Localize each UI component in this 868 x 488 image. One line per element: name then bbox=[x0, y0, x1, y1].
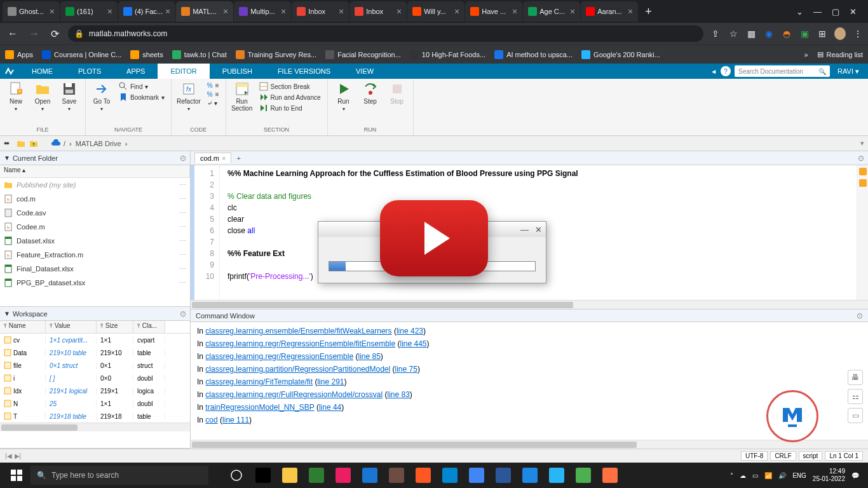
bookmark-item[interactable]: Facial Recognition... bbox=[325, 50, 401, 59]
browser-tab[interactable]: (161)× bbox=[60, 1, 118, 22]
warning-icon[interactable] bbox=[859, 179, 867, 187]
close-dialog-button[interactable]: ✕ bbox=[535, 225, 542, 234]
editor-file-tab[interactable]: cod.m × bbox=[194, 152, 231, 163]
taskbar-app-icon[interactable] bbox=[277, 465, 302, 485]
toolstrip-tab[interactable]: APPS bbox=[114, 64, 158, 79]
file-menu-icon[interactable]: ⋯ bbox=[179, 209, 186, 217]
close-tab-icon[interactable]: × bbox=[50, 6, 55, 17]
close-tab-icon[interactable]: × bbox=[628, 6, 633, 17]
browser-tab[interactable]: Have ...× bbox=[465, 1, 522, 22]
bookmark-item[interactable]: Training Survey Res... bbox=[236, 50, 316, 59]
tray-meet-icon[interactable]: ▭ bbox=[752, 472, 758, 479]
profile-avatar[interactable] bbox=[834, 28, 846, 39]
taskbar-app-icon[interactable] bbox=[597, 465, 623, 485]
channel-watermark[interactable] bbox=[766, 390, 818, 442]
browser-tab[interactable]: MATL...× bbox=[176, 1, 233, 22]
run-to-end-button[interactable]: Run to End bbox=[258, 103, 322, 113]
file-row[interactable]: fxFeature_Extraction.m⋯ bbox=[0, 248, 190, 262]
close-window-button[interactable]: ✕ bbox=[850, 7, 857, 17]
file-menu-icon[interactable]: ⋯ bbox=[179, 279, 186, 287]
cloud-icon[interactable] bbox=[51, 139, 60, 148]
browser-tab[interactable]: Inbox× bbox=[349, 1, 407, 22]
run-advance-button[interactable]: Run and Advance bbox=[258, 92, 322, 102]
browser-tab[interactable]: Ghost...× bbox=[3, 1, 60, 22]
ext-icon-1[interactable]: ◉ bbox=[763, 28, 775, 39]
url-input[interactable]: 🔒 matlab.mathworks.com bbox=[68, 25, 703, 42]
toolstrip-tab[interactable]: EDITOR bbox=[158, 64, 209, 79]
stack-link[interactable]: classreg.learning.regr/RegressionEnsembl… bbox=[205, 352, 353, 361]
status-next-icon[interactable]: ▶| bbox=[15, 452, 22, 459]
workspace-row[interactable]: Data219×10 table219×10table bbox=[0, 346, 190, 359]
menu-button[interactable]: ⋮ bbox=[852, 28, 864, 39]
code-indent-icon[interactable]: % ≡ bbox=[206, 81, 220, 90]
bookmark-item[interactable]: 10 High-Fat Foods... bbox=[410, 50, 485, 59]
status-prev-icon[interactable]: |◀ bbox=[5, 452, 12, 459]
taskbar-app-icon[interactable] bbox=[544, 465, 569, 485]
close-tab-icon[interactable]: × bbox=[281, 6, 286, 17]
browser-tab[interactable]: Age C...× bbox=[523, 1, 580, 22]
taskbar-app-icon[interactable] bbox=[357, 465, 383, 485]
editor-scrollbar[interactable] bbox=[191, 300, 868, 309]
step-button[interactable]: Step bbox=[360, 81, 381, 105]
path-back-icon[interactable]: ⬌ bbox=[4, 139, 13, 148]
line-link[interactable]: line 423 bbox=[397, 327, 423, 336]
column-header[interactable]: ⫯ Cla... bbox=[133, 321, 165, 333]
taskbar-app-icon[interactable] bbox=[250, 465, 276, 485]
bookmark-item[interactable]: AI method to upsca... bbox=[494, 50, 573, 59]
run-section-button[interactable]: Run Section bbox=[231, 81, 253, 112]
new-tab-button[interactable]: + bbox=[639, 5, 658, 18]
close-tab-icon[interactable]: × bbox=[107, 6, 112, 17]
line-link[interactable]: line 75 bbox=[395, 365, 417, 374]
file-menu-icon[interactable]: ⋯ bbox=[179, 265, 186, 273]
stack-link[interactable]: trainRegressionModel_NN_SBP bbox=[205, 403, 314, 412]
new-button[interactable]: +New▾ bbox=[5, 81, 27, 112]
close-tab-icon[interactable]: × bbox=[165, 6, 170, 17]
star-icon[interactable]: ☆ bbox=[728, 28, 739, 39]
file-menu-icon[interactable]: ⋯ bbox=[179, 223, 186, 231]
save-button[interactable]: Save▾ bbox=[58, 81, 80, 112]
refactor-button[interactable]: fxRefactor▾ bbox=[177, 81, 201, 112]
close-tab-icon[interactable]: × bbox=[397, 6, 402, 17]
current-folder-header[interactable]: ▼ Current Folder ⊙ bbox=[0, 151, 190, 165]
path-folder-icon[interactable] bbox=[17, 139, 25, 148]
path-drive[interactable]: MATLAB Drive bbox=[76, 140, 121, 147]
stack-link[interactable]: cod bbox=[205, 416, 217, 424]
browser-tab[interactable]: Aaran...× bbox=[581, 1, 638, 22]
user-menu[interactable]: RAVI ▾ bbox=[834, 67, 863, 76]
stack-link[interactable]: classreg.learning.regr/RegressionEnsembl… bbox=[205, 339, 395, 348]
dock-window-icon[interactable]: ▭ bbox=[848, 408, 863, 423]
taskbar-app-icon[interactable] bbox=[491, 465, 516, 485]
workspace-row[interactable]: Idx219×1 logical219×1logica bbox=[0, 384, 190, 397]
minimize-button[interactable]: — bbox=[813, 7, 822, 17]
workspace-row[interactable]: cv1×1 cvpartit...1×1cvpart bbox=[0, 334, 190, 346]
file-row[interactable]: Code.asv⋯ bbox=[0, 206, 190, 220]
bookmark-item[interactable]: Apps bbox=[5, 50, 33, 59]
close-tab-icon[interactable]: × bbox=[512, 6, 517, 17]
panel-options-icon[interactable]: ⊙ bbox=[857, 311, 863, 320]
browser-tab[interactable]: Multip...× bbox=[234, 1, 291, 22]
doc-search-input[interactable]: Search Documentation 🔍 bbox=[735, 65, 830, 77]
start-button[interactable] bbox=[5, 465, 28, 485]
close-tab-icon[interactable]: × bbox=[339, 6, 344, 17]
taskbar-search[interactable]: 🔍 Type here to search bbox=[31, 466, 208, 485]
close-tab-icon[interactable]: × bbox=[222, 154, 226, 162]
forward-button[interactable]: → bbox=[27, 25, 42, 42]
stop-button[interactable]: Stop bbox=[386, 81, 408, 105]
stack-link[interactable]: classreg.learning.ensemble/Ensemble/fitW… bbox=[205, 327, 391, 336]
section-break-button[interactable]: Section Break bbox=[258, 81, 322, 92]
close-tab-icon[interactable]: × bbox=[223, 6, 228, 17]
qr-icon[interactable]: ▦ bbox=[745, 28, 757, 39]
dock-layout-icon[interactable]: ⚏ bbox=[848, 389, 863, 404]
command-scrollbar[interactable] bbox=[191, 440, 868, 449]
share-icon[interactable]: ⇪ bbox=[710, 28, 721, 39]
chevron-down-icon[interactable]: ⌄ bbox=[796, 7, 803, 17]
reading-list-button[interactable]: ▤ Reading list bbox=[817, 50, 863, 58]
bookmark-item[interactable]: sheets bbox=[130, 50, 163, 59]
workspace-row[interactable]: file0×1 struct0×1struct bbox=[0, 359, 190, 372]
run-button[interactable]: Run▾ bbox=[333, 81, 355, 112]
extensions-button[interactable]: ⊞ bbox=[817, 28, 828, 39]
warning-icon[interactable] bbox=[859, 168, 867, 175]
line-link[interactable]: line 111 bbox=[222, 416, 249, 424]
workspace-header[interactable]: ▼ Workspace ⊙ bbox=[0, 307, 190, 321]
ext-icon-2[interactable]: ◓ bbox=[781, 28, 792, 39]
